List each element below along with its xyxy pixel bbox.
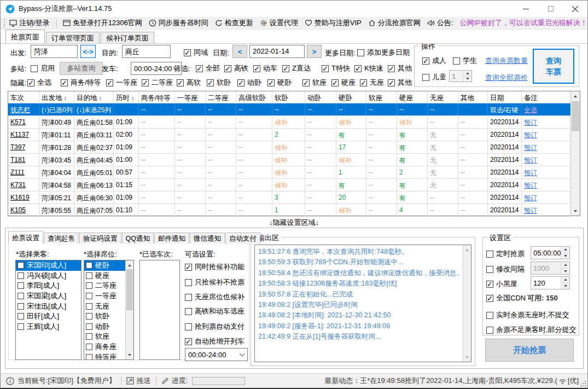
list-item[interactable]: 硬座: [84, 271, 126, 281]
book-link[interactable]: 预订: [524, 131, 537, 139]
settings-tab-QQ通知[interactable]: QQ通知: [122, 233, 154, 243]
column-header-无座[interactable]: 无座: [428, 91, 458, 103]
train-number-link[interactable]: K105: [10, 206, 26, 214]
setting-checkbox-余票不足乘客时,部分提交[interactable]: 余票不足乘客时,部分提交: [486, 325, 577, 335]
column-header-硬卧[interactable]: 硬卧: [336, 91, 366, 103]
book-link[interactable]: 预订: [524, 169, 537, 177]
settings-tab-查询起售[interactable]: 查询起售: [44, 233, 79, 243]
setting-checkbox-小黑屋[interactable]: ✓小黑屋: [486, 279, 517, 289]
train-number-link[interactable]: K1619: [10, 194, 30, 201]
tab-订单管理页面[interactable]: 订单管理页面: [46, 32, 100, 43]
book-link[interactable]: 预订: [524, 144, 537, 152]
swap-stations-button[interactable]: <->: [80, 45, 96, 58]
menu-item-sync-server-time[interactable]: 同步服务器时间: [149, 18, 208, 28]
list-item[interactable]: 软座: [84, 332, 126, 342]
setting-spinner-定时抢票[interactable]: 05:00:00: [531, 246, 570, 259]
filter-checkbox-全部[interactable]: ✓全部: [196, 63, 220, 73]
spinner-down[interactable]: [463, 77, 471, 82]
menu-item-announcement[interactable]: 公告:: [427, 18, 453, 28]
add-more-dates-checkbox[interactable]: 添加更多日期: [357, 48, 410, 57]
train-number-link[interactable]: T181: [10, 156, 25, 164]
book-link[interactable]: 预订: [524, 194, 537, 202]
list-item[interactable]: 田轩[成人]: [16, 311, 81, 322]
filter-checkbox-T特快[interactable]: ✓T特快: [322, 63, 350, 73]
menu-item-check-update[interactable]: 检查更新: [215, 18, 253, 28]
list-item[interactable]: 无座: [84, 301, 126, 311]
seat-listbox[interactable]: 硬卧硬座二等座一等座无座软卧动卧软座商务座特等座: [84, 260, 134, 360]
hide-checkbox-软座[interactable]: ✓软座: [302, 78, 327, 88]
scroll-up-arrow[interactable]: [126, 260, 133, 270]
spinner-down[interactable]: [561, 269, 569, 275]
column-header-目的地[interactable]: 目的地↕: [74, 91, 114, 103]
scroll-down-arrow[interactable]: [571, 206, 580, 216]
settings-tab-抢票设置[interactable]: 抢票设置: [8, 231, 43, 243]
hide-checkbox-二等座[interactable]: ✓二等座: [142, 78, 173, 88]
train-row[interactable]: K1137菏泽01:11商丘南03:1102:00--------2--有--有…: [8, 129, 570, 141]
spinner-arrows[interactable]: [561, 247, 569, 259]
status-row[interactable]: 状态栏(↑)已选0列(↓)未选25列--------------------双击…: [8, 103, 570, 116]
column-header-动卧[interactable]: 动卧: [305, 91, 336, 103]
book-link[interactable]: 预订: [524, 156, 537, 164]
list-item[interactable]: 特等座: [84, 352, 126, 360]
hide-checkbox-动卧[interactable]: ✓动卧: [237, 78, 261, 88]
column-header-二等座[interactable]: 二等座: [206, 91, 236, 103]
column-header-软座[interactable]: 软座: [366, 91, 397, 103]
push-label[interactable]: 推送: [137, 376, 151, 386]
option-checkbox-自动抢增开列车[interactable]: ✓自动抢增开列车: [185, 336, 244, 346]
menu-item-sponsor-vip[interactable]: 赞助与注册VIP: [305, 18, 362, 28]
log-scrollbar[interactable]: [463, 245, 471, 362]
filter-checkbox-动车[interactable]: ✓动车: [253, 63, 277, 73]
column-header-硬座[interactable]: 硬座: [397, 91, 428, 103]
settings-tab-自动支付[interactable]: 自动支付: [225, 233, 260, 243]
column-header-其他[interactable]: 其他: [458, 91, 488, 103]
spinner-up[interactable]: [561, 262, 569, 269]
column-header-历时[interactable]: 历时↕: [114, 91, 139, 103]
scroll-down-arrow[interactable]: [463, 352, 471, 362]
setting-spinner-小黑屋[interactable]: 120: [531, 276, 570, 289]
hide-checkbox-软卧[interactable]: ✓软卧: [207, 78, 231, 88]
settings-tab-微信通知[interactable]: 微信通知: [190, 233, 225, 243]
spinner-up[interactable]: [561, 277, 569, 283]
train-row[interactable]: T181菏泽03:45商丘南04:4501:00--------候补--候补--…: [8, 154, 570, 166]
child-count-spinner[interactable]: 1: [449, 70, 472, 82]
list-item[interactable]: 宋佳迅[成人]: [16, 301, 81, 311]
start-grabbing-button[interactable]: 开始抢票: [485, 339, 574, 362]
menu-item-set-proxy[interactable]: 设置代理: [260, 18, 298, 28]
book-link[interactable]: 预订: [524, 182, 537, 189]
next-date-button[interactable]: >: [307, 45, 322, 58]
depart-input[interactable]: 菏泽: [31, 45, 78, 58]
options-time-range-select[interactable]: 00:00-24:00: [185, 348, 248, 361]
train-number-link[interactable]: T397: [10, 143, 25, 151]
list-item[interactable]: 软卧: [84, 311, 126, 322]
filter-checkbox-其他[interactable]: ✓其他: [388, 63, 412, 73]
list-item[interactable]: 二等座: [84, 281, 126, 291]
book-link[interactable]: 预订: [524, 119, 537, 126]
spinner-down[interactable]: [561, 283, 569, 289]
dest-input[interactable]: 商丘: [122, 45, 171, 58]
setting-spinner-修改间隔[interactable]: 1000: [531, 262, 570, 275]
resize-grip[interactable]: [580, 381, 586, 386]
list-item[interactable]: 宋国梁[成人]: [16, 291, 81, 301]
list-item[interactable]: 动卧: [84, 322, 126, 332]
output-log[interactable]: 19:51:27:6 查询完毕，本次查询共用时:748毫秒。19:50:59:3…: [254, 245, 471, 362]
query-remaining-link[interactable]: 查询余票数量: [485, 56, 528, 66]
train-row[interactable]: K105菏泽05:55商丘南07:0501:10--------1--候补--4…: [8, 204, 570, 217]
hide-checkbox-无座[interactable]: ✓无座: [360, 78, 384, 88]
setting-checkbox-修改间隔[interactable]: 修改间隔: [486, 264, 525, 274]
menu-item-logout[interactable]: 注销/登录: [9, 18, 50, 28]
query-tickets-button[interactable]: 查询 车票: [533, 49, 574, 84]
multi-station-query-button[interactable]: 多站查询: [60, 62, 103, 75]
filter-checkbox-K快速[interactable]: ✓K快速: [354, 63, 383, 73]
filter-checkbox-Z直达[interactable]: ✓Z直达: [282, 63, 311, 73]
train-row[interactable]: Z111菏泽04:04商丘南05:0100:57--------候补--1--2…: [8, 166, 570, 179]
column-header-备注[interactable]: 备注: [522, 91, 570, 103]
hide-checkbox-商务/特等[interactable]: ✓商务/特等: [61, 78, 101, 88]
option-checkbox-抢到票自动支付[interactable]: 抢到票自动支付: [185, 322, 244, 332]
spinner-up[interactable]: [463, 71, 471, 77]
scroll-down-arrow[interactable]: [126, 350, 133, 359]
list-item[interactable]: 李阳[成人]: [16, 281, 81, 291]
prev-date-button[interactable]: <: [232, 45, 247, 58]
list-item[interactable]: 王辉[成人]: [16, 322, 81, 332]
student-checkbox[interactable]: 学生: [453, 56, 477, 66]
train-number-link[interactable]: Z111: [10, 169, 25, 176]
